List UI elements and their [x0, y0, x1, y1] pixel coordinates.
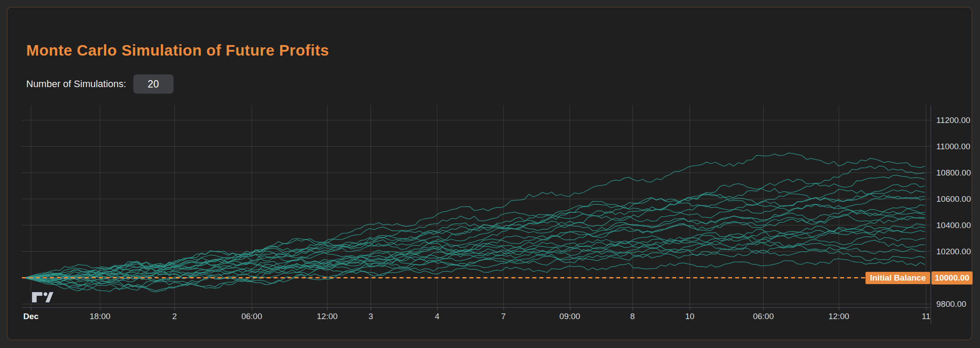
- tv-logo-t-shape: [31, 292, 43, 303]
- time-axis-tick: [437, 308, 438, 310]
- time-axis-label: 10: [670, 312, 709, 321]
- time-axis-label: 12:00: [308, 312, 347, 321]
- time-axis-label: 18:00: [80, 312, 120, 321]
- simulation-line-sim-05: [24, 190, 925, 278]
- time-axis-tick: [174, 308, 175, 310]
- time-axis-tick: [252, 308, 252, 310]
- time-axis-tick: [763, 308, 764, 310]
- time-axis-label: 06:00: [744, 312, 783, 321]
- initial-balance-flag: Initial Balance: [865, 272, 930, 284]
- time-axis-label: 2: [155, 312, 194, 321]
- page-title: Monte Carlo Simulation of Future Profits: [26, 42, 329, 59]
- time-axis-label: 12:00: [819, 312, 858, 321]
- price-axis-label: 10200.00: [936, 247, 971, 257]
- initial-balance-price-badge: 10000.00: [931, 271, 973, 285]
- time-axis-label: 7: [484, 312, 523, 321]
- initial-balance-flag-label: Initial Balance: [870, 273, 926, 283]
- time-axis-tick: [570, 308, 570, 310]
- time-axis-tick: [839, 308, 839, 310]
- simulation-line-sim-08: [24, 205, 925, 289]
- price-axis-label: 10600.00: [936, 194, 971, 204]
- time-axis-label: 3: [351, 312, 390, 321]
- time-axis-label: 4: [417, 312, 457, 321]
- time-axis-tick: [926, 308, 927, 310]
- simulations-label: Number of Simulations:: [26, 78, 126, 90]
- time-axis-tick: [100, 308, 101, 310]
- simulations-input[interactable]: [133, 74, 174, 94]
- price-axis-label: 11000.00: [936, 142, 970, 151]
- price-axis-label: 10800.00: [936, 168, 971, 178]
- time-axis-label: Dec: [11, 312, 51, 321]
- tradingview-logo-icon[interactable]: [31, 291, 55, 304]
- time-axis-tick: [632, 308, 633, 310]
- time-axis-label: 8: [613, 312, 652, 321]
- monte-carlo-chart[interactable]: Initial Balance 10000.00 11200.0011000.0…: [22, 105, 980, 328]
- price-axis-label: 11200.00: [936, 116, 970, 125]
- time-axis-tick: [31, 308, 31, 310]
- plot-canvas[interactable]: [22, 105, 931, 307]
- time-axis-label: 06:00: [232, 312, 271, 321]
- simulation-controls: Number of Simulations:: [26, 74, 174, 94]
- price-axis-label: 10400.00: [936, 221, 971, 230]
- time-axis-tick: [690, 308, 690, 310]
- time-axis-tick: [327, 308, 328, 310]
- time-axis-label: 09:00: [550, 312, 590, 321]
- price-axis[interactable]: 10000.00 11200.0011000.0010800.0010600.0…: [931, 105, 980, 324]
- price-axis-label: 9800.00: [936, 299, 966, 309]
- time-axis[interactable]: Dec18:00206:0012:0034709:0081006:0012:00…: [22, 307, 931, 327]
- time-axis-tick: [504, 308, 504, 310]
- simulation-line-sim-15: [24, 236, 925, 292]
- time-axis-tick: [371, 308, 371, 310]
- time-axis-label: 11: [907, 312, 946, 321]
- panel-card: Monte Carlo Simulation of Future Profits…: [7, 7, 972, 340]
